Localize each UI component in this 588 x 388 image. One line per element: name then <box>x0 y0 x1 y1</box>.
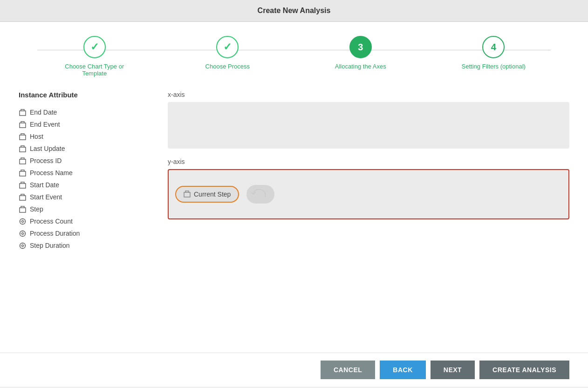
list-item[interactable]: Process Count <box>19 215 149 227</box>
step-1-check: ✓ <box>90 41 99 53</box>
x-axis-drop-zone[interactable] <box>168 102 569 149</box>
left-panel: Instance Attribute End Date <box>19 91 149 343</box>
y-axis-drop-zone[interactable]: Current Step <box>168 169 569 219</box>
gear-icon <box>19 218 26 225</box>
svg-rect-3 <box>20 147 26 152</box>
right-panel: x-axis y-axis Current Step <box>168 91 569 343</box>
step-4-number: 4 <box>491 42 496 53</box>
left-panel-title: Instance Attribute <box>19 91 149 99</box>
content-area: Instance Attribute End Date <box>0 86 588 353</box>
step-2-circle: ✓ <box>216 36 239 58</box>
list-item[interactable]: Start Date <box>19 179 149 191</box>
x-axis-label: x-axis <box>168 91 569 98</box>
step-1-label: Choose Chart Type or Template <box>57 63 132 77</box>
attribute-name: Process Count <box>30 218 73 225</box>
list-item[interactable]: Host <box>19 130 149 143</box>
svg-point-21 <box>20 243 25 248</box>
attribute-name: Host <box>30 133 43 140</box>
chip-box-icon <box>184 191 191 198</box>
svg-point-22 <box>21 245 23 246</box>
box-icon <box>19 205 26 213</box>
list-item[interactable]: Step <box>19 203 149 215</box>
attribute-name: Step <box>30 205 43 213</box>
step-3-circle: 3 <box>349 36 372 58</box>
back-button[interactable]: BACK <box>380 361 425 379</box>
box-icon <box>19 181 26 189</box>
footer: CANCEL BACK NEXT CREATE ANALYSIS <box>0 353 588 387</box>
svg-rect-1 <box>20 123 26 128</box>
create-analysis-button[interactable]: CREATE ANALYSIS <box>479 361 569 379</box>
svg-rect-0 <box>20 111 26 116</box>
chip-label: Current Step <box>194 191 231 198</box>
step-2-label: Choose Process <box>205 63 250 70</box>
dialog-title: Create New Analysis <box>0 0 588 22</box>
attribute-name: Step Duration <box>30 242 70 249</box>
svg-rect-6 <box>20 184 26 188</box>
gear-icon <box>19 230 26 237</box>
svg-rect-7 <box>20 196 26 200</box>
list-item[interactable]: Step Duration <box>19 239 149 252</box>
step-1-circle: ✓ <box>83 36 106 58</box>
stepper: ✓ Choose Chart Type or Template ✓ Choose… <box>0 22 588 86</box>
box-icon <box>19 193 26 201</box>
box-icon <box>19 121 26 128</box>
step-3-label: Allocating the Axes <box>335 63 386 70</box>
y-axis-label: y-axis <box>168 158 569 165</box>
list-item[interactable]: End Date <box>19 106 149 118</box>
attribute-name: Process Name <box>30 169 73 177</box>
box-icon <box>19 157 26 164</box>
attribute-name: Process Duration <box>30 230 80 237</box>
svg-point-15 <box>20 231 25 236</box>
attribute-list: End Date End Event <box>19 106 149 252</box>
svg-rect-4 <box>20 159 26 164</box>
svg-point-10 <box>21 220 23 222</box>
step-4-label: Setting Filters (optional) <box>462 63 526 70</box>
attribute-name: End Date <box>30 109 57 116</box>
attribute-name: End Event <box>30 121 60 128</box>
main-container: ✓ Choose Chart Type or Template ✓ Choose… <box>0 22 588 387</box>
box-icon <box>19 145 26 152</box>
attribute-name: Last Update <box>30 145 65 152</box>
cancel-button[interactable]: CANCEL <box>321 361 375 379</box>
svg-point-9 <box>20 218 25 224</box>
current-step-chip[interactable]: Current Step <box>175 186 239 203</box>
title-text: Create New Analysis <box>258 7 331 14</box>
gear-icon <box>19 242 26 249</box>
step-4-circle: 4 <box>482 36 505 58</box>
list-item[interactable]: End Event <box>19 118 149 130</box>
list-item[interactable]: Process Name <box>19 167 149 179</box>
list-item[interactable]: Process ID <box>19 155 149 167</box>
list-item[interactable]: Last Update <box>19 143 149 155</box>
svg-point-16 <box>21 232 23 234</box>
chip-ghost <box>246 185 274 204</box>
step-2-check: ✓ <box>223 41 232 53</box>
svg-rect-8 <box>20 208 26 212</box>
attribute-name: Start Event <box>30 193 62 201</box>
next-button[interactable]: NEXT <box>431 361 475 379</box>
attribute-name: Start Date <box>30 181 59 189</box>
step-1: ✓ Choose Chart Type or Template <box>28 36 161 77</box>
step-4: 4 Setting Filters (optional) <box>427 36 561 70</box>
svg-rect-2 <box>20 135 26 140</box>
attribute-name: Process ID <box>30 157 62 164</box>
step-3-number: 3 <box>358 42 363 53</box>
list-item[interactable]: Start Event <box>19 191 149 203</box>
box-icon <box>19 133 26 140</box>
list-item[interactable]: Process Duration <box>19 227 149 239</box>
step-2: ✓ Choose Process <box>161 36 294 70</box>
box-icon <box>19 109 26 116</box>
svg-rect-27 <box>184 192 190 197</box>
step-3: 3 Allocating the Axes <box>294 36 427 70</box>
box-icon <box>19 169 26 177</box>
svg-rect-5 <box>20 171 26 176</box>
